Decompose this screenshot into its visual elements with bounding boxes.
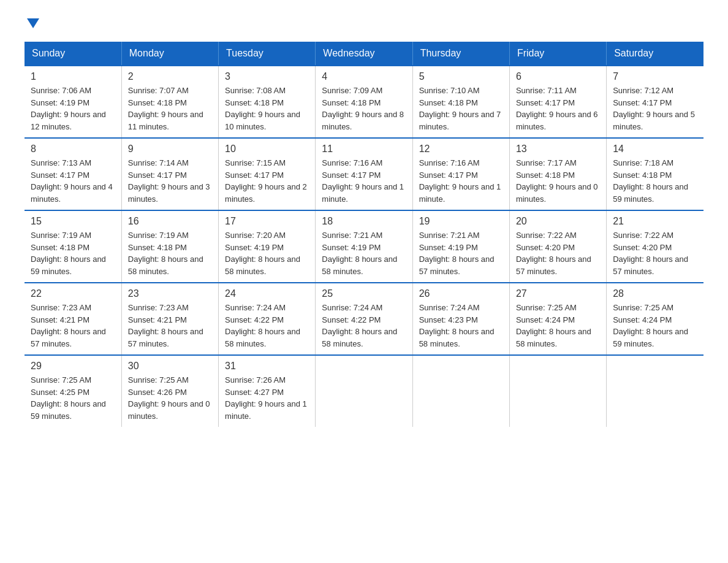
calendar-cell: 9 Sunrise: 7:14 AMSunset: 4:17 PMDayligh… — [121, 138, 218, 210]
day-info: Sunrise: 7:21 AMSunset: 4:19 PMDaylight:… — [419, 229, 503, 277]
calendar-cell: 30 Sunrise: 7:25 AMSunset: 4:26 PMDaylig… — [121, 355, 218, 427]
day-number: 18 — [322, 216, 406, 227]
day-info: Sunrise: 7:19 AMSunset: 4:18 PMDaylight:… — [31, 229, 115, 277]
logo-triangle-icon — [27, 18, 39, 28]
day-number: 12 — [419, 144, 503, 155]
day-number: 7 — [613, 71, 697, 82]
day-number: 27 — [516, 288, 600, 299]
day-info: Sunrise: 7:17 AMSunset: 4:18 PMDaylight:… — [516, 157, 600, 205]
calendar-cell: 19 Sunrise: 7:21 AMSunset: 4:19 PMDaylig… — [412, 210, 509, 283]
day-info: Sunrise: 7:18 AMSunset: 4:18 PMDaylight:… — [613, 157, 697, 205]
day-number: 16 — [128, 216, 212, 227]
weekday-header-thursday: Thursday — [412, 42, 509, 66]
calendar-cell: 7 Sunrise: 7:12 AMSunset: 4:17 PMDayligh… — [607, 66, 703, 138]
day-number: 8 — [31, 144, 115, 155]
day-info: Sunrise: 7:23 AMSunset: 4:21 PMDaylight:… — [128, 302, 212, 350]
weekday-header-tuesday: Tuesday — [219, 42, 316, 66]
day-info: Sunrise: 7:13 AMSunset: 4:17 PMDaylight:… — [31, 157, 115, 205]
page-header — [25, 18, 703, 29]
calendar-cell: 14 Sunrise: 7:18 AMSunset: 4:18 PMDaylig… — [607, 138, 703, 210]
calendar-cell — [607, 355, 703, 427]
day-number: 21 — [613, 216, 697, 227]
calendar-cell: 1 Sunrise: 7:06 AMSunset: 4:19 PMDayligh… — [25, 66, 121, 138]
day-number: 9 — [128, 144, 212, 155]
weekday-header-monday: Monday — [121, 42, 218, 66]
day-number: 15 — [31, 216, 115, 227]
calendar-cell: 16 Sunrise: 7:19 AMSunset: 4:18 PMDaylig… — [121, 210, 218, 283]
day-info: Sunrise: 7:06 AMSunset: 4:19 PMDaylight:… — [31, 85, 115, 132]
calendar-cell: 11 Sunrise: 7:16 AMSunset: 4:17 PMDaylig… — [316, 138, 412, 210]
day-number: 13 — [516, 144, 600, 155]
calendar-cell: 13 Sunrise: 7:17 AMSunset: 4:18 PMDaylig… — [509, 138, 606, 210]
day-number: 30 — [128, 361, 212, 372]
day-info: Sunrise: 7:16 AMSunset: 4:17 PMDaylight:… — [419, 157, 503, 205]
calendar-cell: 5 Sunrise: 7:10 AMSunset: 4:18 PMDayligh… — [412, 66, 509, 138]
calendar-cell: 24 Sunrise: 7:24 AMSunset: 4:22 PMDaylig… — [219, 283, 316, 355]
day-number: 3 — [225, 71, 309, 82]
day-number: 6 — [516, 71, 600, 82]
day-info: Sunrise: 7:25 AMSunset: 4:26 PMDaylight:… — [128, 374, 212, 422]
calendar-cell: 27 Sunrise: 7:25 AMSunset: 4:24 PMDaylig… — [509, 283, 606, 355]
calendar-cell: 28 Sunrise: 7:25 AMSunset: 4:24 PMDaylig… — [607, 283, 703, 355]
calendar-cell: 6 Sunrise: 7:11 AMSunset: 4:17 PMDayligh… — [509, 66, 606, 138]
calendar-cell: 29 Sunrise: 7:25 AMSunset: 4:25 PMDaylig… — [25, 355, 121, 427]
day-number: 14 — [613, 144, 697, 155]
calendar-week-row: 8 Sunrise: 7:13 AMSunset: 4:17 PMDayligh… — [25, 138, 703, 210]
calendar-cell: 17 Sunrise: 7:20 AMSunset: 4:19 PMDaylig… — [219, 210, 316, 283]
day-info: Sunrise: 7:26 AMSunset: 4:27 PMDaylight:… — [225, 374, 309, 422]
calendar-week-row: 1 Sunrise: 7:06 AMSunset: 4:19 PMDayligh… — [25, 66, 703, 138]
calendar-cell: 18 Sunrise: 7:21 AMSunset: 4:19 PMDaylig… — [316, 210, 412, 283]
calendar-cell: 12 Sunrise: 7:16 AMSunset: 4:17 PMDaylig… — [412, 138, 509, 210]
calendar-cell: 23 Sunrise: 7:23 AMSunset: 4:21 PMDaylig… — [121, 283, 218, 355]
calendar-cell: 2 Sunrise: 7:07 AMSunset: 4:18 PMDayligh… — [121, 66, 218, 138]
day-info: Sunrise: 7:20 AMSunset: 4:19 PMDaylight:… — [225, 229, 309, 277]
calendar-cell — [316, 355, 412, 427]
day-number: 19 — [419, 216, 503, 227]
day-info: Sunrise: 7:10 AMSunset: 4:18 PMDaylight:… — [419, 85, 503, 132]
weekday-header-sunday: Sunday — [25, 42, 121, 66]
day-number: 5 — [419, 71, 503, 82]
day-info: Sunrise: 7:22 AMSunset: 4:20 PMDaylight:… — [516, 229, 600, 277]
day-number: 20 — [516, 216, 600, 227]
day-info: Sunrise: 7:25 AMSunset: 4:24 PMDaylight:… — [516, 302, 600, 350]
calendar-cell: 26 Sunrise: 7:24 AMSunset: 4:23 PMDaylig… — [412, 283, 509, 355]
calendar-cell: 21 Sunrise: 7:22 AMSunset: 4:20 PMDaylig… — [607, 210, 703, 283]
day-number: 23 — [128, 288, 212, 299]
weekday-header-friday: Friday — [509, 42, 606, 66]
calendar-table: SundayMondayTuesdayWednesdayThursdayFrid… — [25, 42, 703, 427]
day-info: Sunrise: 7:24 AMSunset: 4:22 PMDaylight:… — [322, 302, 406, 350]
day-number: 2 — [128, 71, 212, 82]
day-info: Sunrise: 7:24 AMSunset: 4:22 PMDaylight:… — [225, 302, 309, 350]
day-info: Sunrise: 7:12 AMSunset: 4:17 PMDaylight:… — [613, 85, 697, 132]
day-number: 26 — [419, 288, 503, 299]
day-number: 1 — [31, 71, 115, 82]
day-number: 29 — [31, 361, 115, 372]
day-info: Sunrise: 7:25 AMSunset: 4:24 PMDaylight:… — [613, 302, 697, 350]
day-info: Sunrise: 7:11 AMSunset: 4:17 PMDaylight:… — [516, 85, 600, 132]
calendar-cell: 8 Sunrise: 7:13 AMSunset: 4:17 PMDayligh… — [25, 138, 121, 210]
day-info: Sunrise: 7:07 AMSunset: 4:18 PMDaylight:… — [128, 85, 212, 132]
calendar-week-row: 29 Sunrise: 7:25 AMSunset: 4:25 PMDaylig… — [25, 355, 703, 427]
calendar-cell: 22 Sunrise: 7:23 AMSunset: 4:21 PMDaylig… — [25, 283, 121, 355]
day-info: Sunrise: 7:09 AMSunset: 4:18 PMDaylight:… — [322, 85, 406, 132]
day-info: Sunrise: 7:14 AMSunset: 4:17 PMDaylight:… — [128, 157, 212, 205]
calendar-cell: 15 Sunrise: 7:19 AMSunset: 4:18 PMDaylig… — [25, 210, 121, 283]
calendar-cell: 25 Sunrise: 7:24 AMSunset: 4:22 PMDaylig… — [316, 283, 412, 355]
calendar-cell: 10 Sunrise: 7:15 AMSunset: 4:17 PMDaylig… — [219, 138, 316, 210]
calendar-cell — [412, 355, 509, 427]
day-number: 31 — [225, 361, 309, 372]
day-info: Sunrise: 7:22 AMSunset: 4:20 PMDaylight:… — [613, 229, 697, 277]
day-info: Sunrise: 7:25 AMSunset: 4:25 PMDaylight:… — [31, 374, 115, 422]
day-number: 11 — [322, 144, 406, 155]
day-info: Sunrise: 7:15 AMSunset: 4:17 PMDaylight:… — [225, 157, 309, 205]
day-info: Sunrise: 7:08 AMSunset: 4:18 PMDaylight:… — [225, 85, 309, 132]
calendar-header-row: SundayMondayTuesdayWednesdayThursdayFrid… — [25, 42, 703, 66]
day-info: Sunrise: 7:16 AMSunset: 4:17 PMDaylight:… — [322, 157, 406, 205]
day-number: 10 — [225, 144, 309, 155]
day-info: Sunrise: 7:23 AMSunset: 4:21 PMDaylight:… — [31, 302, 115, 350]
calendar-cell: 4 Sunrise: 7:09 AMSunset: 4:18 PMDayligh… — [316, 66, 412, 138]
day-info: Sunrise: 7:24 AMSunset: 4:23 PMDaylight:… — [419, 302, 503, 350]
day-info: Sunrise: 7:19 AMSunset: 4:18 PMDaylight:… — [128, 229, 212, 277]
weekday-header-wednesday: Wednesday — [316, 42, 412, 66]
calendar-cell: 3 Sunrise: 7:08 AMSunset: 4:18 PMDayligh… — [219, 66, 316, 138]
